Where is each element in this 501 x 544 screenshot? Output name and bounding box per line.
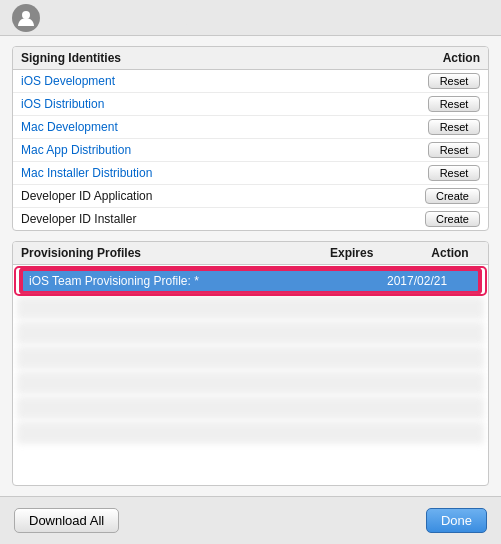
blurred-row-5 bbox=[17, 397, 484, 419]
row-label-ios-dev: iOS Development bbox=[21, 74, 115, 88]
row-label-dev-id-app: Developer ID Application bbox=[21, 189, 152, 203]
row-label-mac-app-dist: Mac App Distribution bbox=[21, 143, 131, 157]
create-dev-id-app-button[interactable]: Create bbox=[425, 188, 480, 204]
blurred-rows bbox=[13, 297, 488, 444]
provisioning-profiles-body: iOS Team Provisioning Profile: * 2017/02… bbox=[13, 265, 488, 485]
titlebar-text bbox=[48, 11, 188, 25]
prov-header-action: Action bbox=[420, 246, 480, 260]
reset-mac-app-dist-button[interactable]: Reset bbox=[428, 142, 480, 158]
done-button[interactable]: Done bbox=[426, 508, 487, 533]
signing-identities-header-name: Signing Identities bbox=[21, 51, 121, 65]
signing-identities-header: Signing Identities Action bbox=[13, 47, 488, 70]
row-label-mac-dev: Mac Development bbox=[21, 120, 118, 134]
profile-expires: 2017/02/21 bbox=[387, 274, 472, 288]
window: Signing Identities Action iOS Developmen… bbox=[0, 0, 501, 544]
blurred-row-3 bbox=[17, 347, 484, 369]
table-row: Mac App Distribution Reset bbox=[13, 139, 488, 162]
signing-identities-table: Signing Identities Action iOS Developmen… bbox=[12, 46, 489, 231]
table-row: Mac Installer Distribution Reset bbox=[13, 162, 488, 185]
svg-point-0 bbox=[22, 11, 30, 19]
highlighted-row-wrapper: iOS Team Provisioning Profile: * 2017/02… bbox=[17, 269, 484, 293]
table-row: Mac Development Reset bbox=[13, 116, 488, 139]
prov-header-name: Provisioning Profiles bbox=[21, 246, 330, 260]
titlebar bbox=[0, 0, 501, 36]
reset-mac-dev-button[interactable]: Reset bbox=[428, 119, 480, 135]
reset-mac-installer-button[interactable]: Reset bbox=[428, 165, 480, 181]
content: Signing Identities Action iOS Developmen… bbox=[0, 36, 501, 496]
row-label-dev-id-installer: Developer ID Installer bbox=[21, 212, 136, 226]
row-label-ios-dist: iOS Distribution bbox=[21, 97, 104, 111]
blurred-row-1 bbox=[17, 297, 484, 319]
download-all-button[interactable]: Download All bbox=[14, 508, 119, 533]
reset-ios-dev-button[interactable]: Reset bbox=[428, 73, 480, 89]
profile-name: iOS Team Provisioning Profile: * bbox=[29, 274, 387, 288]
table-row: iOS Development Reset bbox=[13, 70, 488, 93]
table-row: Developer ID Installer Create bbox=[13, 208, 488, 230]
reset-ios-dist-button[interactable]: Reset bbox=[428, 96, 480, 112]
provisioning-profiles-table: Provisioning Profiles Expires Action iOS… bbox=[12, 241, 489, 486]
table-row: iOS Distribution Reset bbox=[13, 93, 488, 116]
user-icon bbox=[12, 4, 40, 32]
provisioning-profiles-header: Provisioning Profiles Expires Action bbox=[13, 242, 488, 265]
signing-identities-header-action: Action bbox=[443, 51, 480, 65]
highlighted-profile-row[interactable]: iOS Team Provisioning Profile: * 2017/02… bbox=[21, 269, 480, 293]
prov-header-expires: Expires bbox=[330, 246, 420, 260]
row-label-mac-installer: Mac Installer Distribution bbox=[21, 166, 152, 180]
footer: Download All Done bbox=[0, 496, 501, 544]
create-dev-id-installer-button[interactable]: Create bbox=[425, 211, 480, 227]
table-row: Developer ID Application Create bbox=[13, 185, 488, 208]
blurred-row-4 bbox=[17, 372, 484, 394]
blurred-row-2 bbox=[17, 322, 484, 344]
blurred-row-6 bbox=[17, 422, 484, 444]
